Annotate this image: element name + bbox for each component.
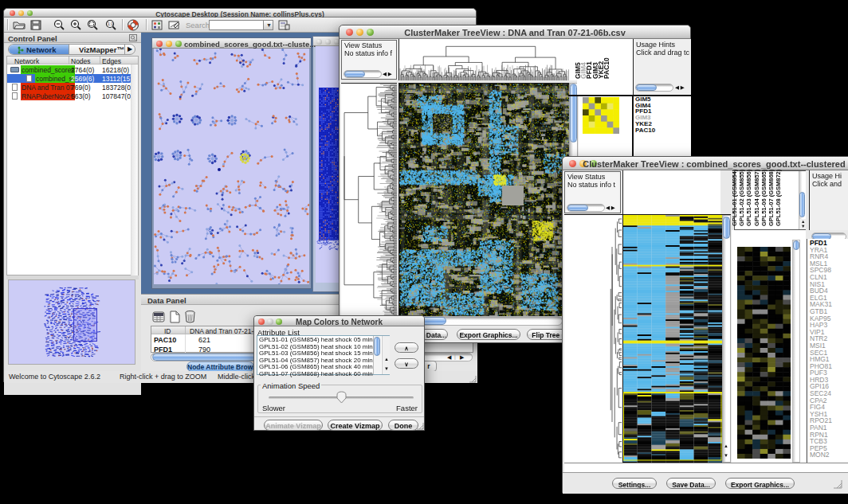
svg-text:1:1: 1:1 <box>108 21 113 26</box>
